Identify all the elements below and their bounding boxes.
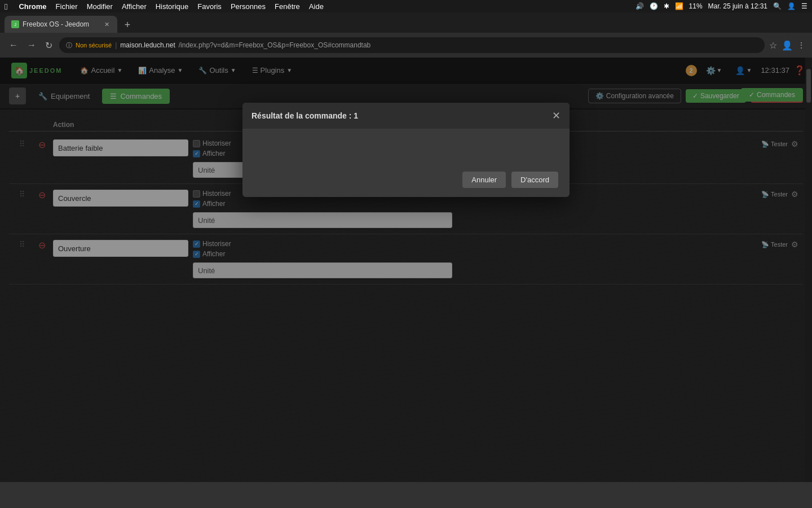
modal-footer: Annuler D'accord: [242, 163, 570, 197]
menu-favoris[interactable]: Favoris: [197, 2, 222, 11]
page-content: 🏠 JEEDOM 🏠 Accueil ▼ 📊 Analyse ▼ 🔧 Outil…: [0, 58, 812, 482]
cancel-button[interactable]: Annuler: [462, 172, 506, 188]
app-name[interactable]: Chrome: [19, 2, 46, 11]
active-tab[interactable]: J Freebox OS - Jeedom ✕: [5, 16, 117, 33]
wifi-icon: 📶: [675, 2, 683, 10]
address-bar-actions: ☆ 👤 ⋮: [769, 40, 805, 51]
tab-bar: J Freebox OS - Jeedom ✕ +: [0, 12, 812, 33]
address-bar: ← → ↻ ⓘ Non sécurisé | maison.leduch.net…: [0, 33, 812, 58]
mac-menubar:  Chrome Fichier Modifier Afficher Histo…: [0, 0, 812, 12]
result-modal: Résultat de la commande : 1 ✕ Annuler D'…: [242, 103, 570, 197]
menu-personnes[interactable]: Personnes: [231, 2, 266, 11]
menubar-right: 🔊 🕐 ✱ 📶 11% Mar. 25 juin à 12:31 🔍 👤 ☰: [636, 2, 807, 10]
back-button[interactable]: ←: [7, 38, 20, 52]
url-path: /index.php?v=d&m=Freebox_OS&p=Freebox_OS…: [179, 41, 371, 49]
security-icon: ⓘ: [66, 41, 72, 50]
datetime: Mar. 25 juin à 12:31: [708, 2, 767, 10]
bookmark-icon[interactable]: ☆: [769, 40, 777, 51]
ok-button[interactable]: D'accord: [511, 172, 558, 188]
clock-icon: 🕐: [650, 2, 658, 10]
menu-fichier[interactable]: Fichier: [56, 2, 78, 11]
modal-body: [242, 129, 570, 163]
modal-close-button[interactable]: ✕: [552, 110, 561, 122]
url-separator: |: [115, 41, 117, 49]
battery-status: 11%: [689, 2, 703, 10]
modal-title: Résultat de la commande : 1: [251, 111, 358, 120]
user-avatar-icon[interactable]: 👤: [787, 2, 796, 10]
forward-button[interactable]: →: [25, 38, 38, 52]
menu-afficher[interactable]: Afficher: [122, 2, 147, 11]
extensions-icon[interactable]: ⋮: [797, 41, 805, 50]
reload-button[interactable]: ↻: [43, 38, 55, 53]
modal-header: Résultat de la commande : 1 ✕: [242, 103, 570, 129]
tab-favicon: J: [11, 20, 19, 28]
apple-logo-icon[interactable]: : [5, 2, 7, 11]
new-tab-button[interactable]: +: [120, 17, 135, 33]
volume-icon: 🔊: [636, 2, 644, 10]
modal-overlay: Résultat de la commande : 1 ✕ Annuler D'…: [0, 58, 812, 482]
menu-modifier[interactable]: Modifier: [87, 2, 113, 11]
browser-window: J Freebox OS - Jeedom ✕ + ← → ↻ ⓘ Non sé…: [0, 12, 812, 508]
tab-title: Freebox OS - Jeedom: [23, 20, 100, 28]
close-tab-button[interactable]: ✕: [103, 20, 111, 29]
profile-icon[interactable]: 👤: [782, 40, 793, 51]
menu-icon[interactable]: ☰: [801, 2, 807, 10]
url-domain: maison.leduch.net: [120, 41, 175, 49]
bluetooth-icon: ✱: [664, 2, 669, 10]
menu-aide[interactable]: Aide: [309, 2, 324, 11]
search-icon[interactable]: 🔍: [773, 2, 782, 10]
url-security-label: Non sécurisé: [76, 42, 112, 49]
menu-fenetre[interactable]: Fenêtre: [275, 2, 300, 11]
menu-historique[interactable]: Historique: [156, 2, 189, 11]
url-bar[interactable]: ⓘ Non sécurisé | maison.leduch.net /inde…: [59, 37, 765, 53]
